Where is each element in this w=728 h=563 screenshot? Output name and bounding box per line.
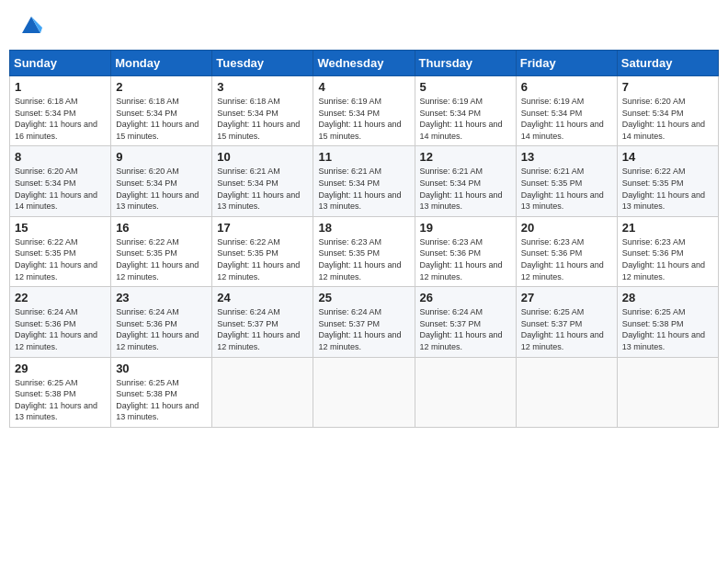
week-row-3: 15Sunrise: 6:22 AMSunset: 5:35 PMDayligh…: [10, 216, 719, 286]
day-number: 12: [420, 150, 511, 164]
calendar-cell: 28Sunrise: 6:25 AMSunset: 5:38 PMDayligh…: [617, 287, 718, 357]
logo-icon: [18, 13, 44, 39]
calendar-cell: 15Sunrise: 6:22 AMSunset: 5:35 PMDayligh…: [10, 216, 111, 286]
weekday-wednesday: Wednesday: [313, 51, 415, 76]
weekday-header-row: SundayMondayTuesdayWednesdayThursdayFrid…: [10, 51, 719, 76]
day-info: Sunrise: 6:20 AMSunset: 5:34 PMDaylight:…: [15, 166, 106, 212]
day-number: 11: [318, 150, 409, 164]
calendar-cell: [415, 357, 516, 427]
day-info: Sunrise: 6:24 AMSunset: 5:36 PMDaylight:…: [116, 306, 207, 352]
day-number: 7: [622, 80, 713, 94]
calendar-cell: 21Sunrise: 6:23 AMSunset: 5:36 PMDayligh…: [617, 216, 718, 286]
day-number: 8: [15, 150, 106, 164]
day-info: Sunrise: 6:24 AMSunset: 5:37 PMDaylight:…: [420, 306, 511, 352]
calendar-cell: 18Sunrise: 6:23 AMSunset: 5:35 PMDayligh…: [313, 216, 415, 286]
calendar-cell: 8Sunrise: 6:20 AMSunset: 5:34 PMDaylight…: [10, 146, 111, 216]
day-info: Sunrise: 6:23 AMSunset: 5:36 PMDaylight:…: [622, 236, 713, 282]
day-number: 25: [318, 291, 409, 304]
day-number: 3: [217, 80, 308, 94]
day-number: 16: [116, 221, 207, 235]
calendar-cell: [617, 357, 718, 427]
day-number: 13: [521, 150, 612, 164]
calendar-cell: 16Sunrise: 6:22 AMSunset: 5:35 PMDayligh…: [111, 216, 212, 286]
calendar: SundayMondayTuesdayWednesdayThursdayFrid…: [9, 50, 719, 428]
day-number: 18: [318, 221, 409, 235]
day-number: 24: [217, 291, 308, 304]
day-info: Sunrise: 6:19 AMSunset: 5:34 PMDaylight:…: [521, 96, 612, 142]
calendar-cell: 2Sunrise: 6:18 AMSunset: 5:34 PMDaylight…: [111, 76, 212, 146]
day-info: Sunrise: 6:19 AMSunset: 5:34 PMDaylight:…: [420, 96, 511, 142]
calendar-cell: 17Sunrise: 6:22 AMSunset: 5:35 PMDayligh…: [212, 216, 313, 286]
calendar-cell: 30Sunrise: 6:25 AMSunset: 5:38 PMDayligh…: [111, 357, 212, 427]
day-info: Sunrise: 6:21 AMSunset: 5:34 PMDaylight:…: [420, 166, 511, 212]
day-number: 23: [116, 291, 207, 304]
day-number: 1: [15, 80, 106, 94]
day-info: Sunrise: 6:24 AMSunset: 5:37 PMDaylight:…: [217, 306, 308, 352]
day-number: 4: [318, 80, 409, 94]
calendar-cell: 26Sunrise: 6:24 AMSunset: 5:37 PMDayligh…: [415, 287, 516, 357]
day-number: 27: [521, 291, 612, 304]
day-number: 14: [622, 150, 713, 164]
day-info: Sunrise: 6:22 AMSunset: 5:35 PMDaylight:…: [217, 236, 308, 282]
calendar-cell: 20Sunrise: 6:23 AMSunset: 5:36 PMDayligh…: [516, 216, 617, 286]
weekday-friday: Friday: [516, 51, 617, 76]
week-row-2: 8Sunrise: 6:20 AMSunset: 5:34 PMDaylight…: [10, 146, 719, 216]
calendar-cell: 29Sunrise: 6:25 AMSunset: 5:38 PMDayligh…: [10, 357, 111, 427]
day-number: 15: [15, 221, 106, 235]
day-info: Sunrise: 6:20 AMSunset: 5:34 PMDaylight:…: [116, 166, 207, 212]
day-number: 20: [521, 221, 612, 235]
calendar-cell: 11Sunrise: 6:21 AMSunset: 5:34 PMDayligh…: [313, 146, 415, 216]
weekday-monday: Monday: [111, 51, 212, 76]
day-info: Sunrise: 6:25 AMSunset: 5:38 PMDaylight:…: [15, 377, 106, 423]
weekday-tuesday: Tuesday: [212, 51, 313, 76]
day-number: 28: [622, 291, 713, 304]
logo: [17, 13, 44, 39]
day-info: Sunrise: 6:22 AMSunset: 5:35 PMDaylight:…: [116, 236, 207, 282]
day-info: Sunrise: 6:22 AMSunset: 5:35 PMDaylight:…: [622, 166, 713, 212]
day-info: Sunrise: 6:22 AMSunset: 5:35 PMDaylight:…: [15, 236, 106, 282]
week-row-1: 1Sunrise: 6:18 AMSunset: 5:34 PMDaylight…: [10, 76, 719, 146]
calendar-cell: 19Sunrise: 6:23 AMSunset: 5:36 PMDayligh…: [415, 216, 516, 286]
day-info: Sunrise: 6:20 AMSunset: 5:34 PMDaylight:…: [622, 96, 713, 142]
weekday-thursday: Thursday: [415, 51, 516, 76]
weekday-sunday: Sunday: [10, 51, 111, 76]
calendar-cell: 7Sunrise: 6:20 AMSunset: 5:34 PMDaylight…: [617, 76, 718, 146]
day-info: Sunrise: 6:21 AMSunset: 5:34 PMDaylight:…: [217, 166, 308, 212]
day-info: Sunrise: 6:21 AMSunset: 5:34 PMDaylight:…: [318, 166, 409, 212]
calendar-cell: 5Sunrise: 6:19 AMSunset: 5:34 PMDaylight…: [415, 76, 516, 146]
day-number: 29: [15, 362, 106, 375]
day-number: 5: [420, 80, 511, 94]
day-number: 21: [622, 221, 713, 235]
calendar-cell: 6Sunrise: 6:19 AMSunset: 5:34 PMDaylight…: [516, 76, 617, 146]
calendar-cell: 25Sunrise: 6:24 AMSunset: 5:37 PMDayligh…: [313, 287, 415, 357]
day-number: 2: [116, 80, 207, 94]
day-info: Sunrise: 6:21 AMSunset: 5:35 PMDaylight:…: [521, 166, 612, 212]
week-row-4: 22Sunrise: 6:24 AMSunset: 5:36 PMDayligh…: [10, 287, 719, 357]
day-info: Sunrise: 6:18 AMSunset: 5:34 PMDaylight:…: [116, 96, 207, 142]
calendar-cell: 24Sunrise: 6:24 AMSunset: 5:37 PMDayligh…: [212, 287, 313, 357]
calendar-cell: 9Sunrise: 6:20 AMSunset: 5:34 PMDaylight…: [111, 146, 212, 216]
calendar-cell: 14Sunrise: 6:22 AMSunset: 5:35 PMDayligh…: [617, 146, 718, 216]
day-info: Sunrise: 6:18 AMSunset: 5:34 PMDaylight:…: [217, 96, 308, 142]
weekday-saturday: Saturday: [617, 51, 718, 76]
day-number: 6: [521, 80, 612, 94]
day-number: 26: [420, 291, 511, 304]
calendar-cell: 4Sunrise: 6:19 AMSunset: 5:34 PMDaylight…: [313, 76, 415, 146]
calendar-cell: 27Sunrise: 6:25 AMSunset: 5:37 PMDayligh…: [516, 287, 617, 357]
day-info: Sunrise: 6:25 AMSunset: 5:38 PMDaylight:…: [116, 377, 207, 423]
day-number: 22: [15, 291, 106, 304]
calendar-cell: 22Sunrise: 6:24 AMSunset: 5:36 PMDayligh…: [10, 287, 111, 357]
calendar-cell: [212, 357, 313, 427]
day-number: 10: [217, 150, 308, 164]
day-number: 19: [420, 221, 511, 235]
header: [9, 9, 719, 42]
day-info: Sunrise: 6:23 AMSunset: 5:36 PMDaylight:…: [420, 236, 511, 282]
calendar-cell: 1Sunrise: 6:18 AMSunset: 5:34 PMDaylight…: [10, 76, 111, 146]
calendar-cell: [516, 357, 617, 427]
day-info: Sunrise: 6:24 AMSunset: 5:36 PMDaylight:…: [15, 306, 106, 352]
calendar-cell: 13Sunrise: 6:21 AMSunset: 5:35 PMDayligh…: [516, 146, 617, 216]
day-number: 9: [116, 150, 207, 164]
day-info: Sunrise: 6:24 AMSunset: 5:37 PMDaylight:…: [318, 306, 409, 352]
calendar-cell: 12Sunrise: 6:21 AMSunset: 5:34 PMDayligh…: [415, 146, 516, 216]
day-info: Sunrise: 6:18 AMSunset: 5:34 PMDaylight:…: [15, 96, 106, 142]
